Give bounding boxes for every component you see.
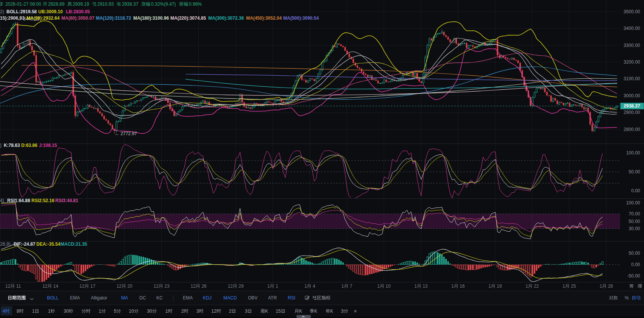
svg-text:LB:2830.05: LB:2830.05: [66, 9, 90, 14]
svg-text:8: 8: [17, 309, 19, 314]
svg-text:J:108.15: J:108.15: [39, 143, 57, 148]
svg-text:2900.00: 2900.00: [624, 110, 640, 115]
svg-text:DC: DC: [139, 295, 146, 301]
svg-text:): ): [0, 143, 2, 148]
svg-text:12: 12: [5, 284, 11, 289]
svg-text:2026-01-27 08:00: 2026-01-27 08:00: [5, 2, 41, 7]
svg-text:%: %: [625, 295, 629, 301]
svg-text:1: 1: [600, 284, 602, 289]
svg-text:3200.00: 3200.00: [624, 59, 640, 65]
svg-text:-50.00: -50.00: [627, 273, 640, 279]
svg-text:23: 23: [164, 284, 170, 289]
svg-text:3100.00: 3100.00: [624, 76, 640, 81]
svg-text:10: 10: [129, 309, 134, 314]
svg-text:K: K: [265, 309, 268, 314]
svg-text:3000.00: 3000.00: [624, 93, 640, 98]
svg-text:30: 30: [147, 309, 152, 314]
svg-text:29: 29: [239, 284, 244, 289]
svg-text:1: 1: [32, 309, 35, 314]
svg-text:1: 1: [377, 284, 380, 289]
svg-text:1: 1: [488, 284, 491, 289]
svg-text:2928.89: 2928.89: [48, 2, 65, 7]
svg-text:MA(30):2932.64: MA(30):2932.64: [27, 16, 60, 21]
svg-text:0.32%(9.47): 0.32%(9.47): [151, 2, 176, 7]
svg-text:0.00: 0.00: [631, 262, 640, 267]
svg-text:20: 20: [127, 284, 133, 289]
svg-text:✕: ✕: [354, 309, 357, 313]
svg-text:,26,9): ,26,9): [0, 242, 11, 247]
svg-text:BOLL: BOLL: [47, 295, 59, 301]
svg-text:12: 12: [228, 284, 233, 289]
svg-text:0.00: 0.00: [631, 188, 640, 193]
svg-text:2: 2: [229, 309, 232, 314]
svg-text:K: K: [314, 309, 317, 314]
svg-text:0.96%: 0.96%: [189, 2, 202, 7]
svg-text:19: 19: [497, 284, 502, 289]
svg-text:1: 1: [451, 284, 454, 289]
svg-text:K: K: [299, 309, 302, 314]
svg-text:1: 1: [304, 284, 307, 289]
svg-text:14: 14: [53, 284, 59, 289]
svg-text:1: 1: [276, 284, 278, 289]
svg-text:15):2906.93: 15):2906.93: [0, 16, 25, 21]
svg-text:11: 11: [16, 284, 21, 289]
svg-text:100.00: 100.00: [626, 200, 640, 206]
svg-text:2910.93: 2910.93: [97, 2, 114, 7]
svg-text:1: 1: [99, 309, 101, 314]
svg-text:10: 10: [385, 284, 391, 289]
svg-text:UB:3009.10: UB:3009.10: [38, 9, 63, 14]
svg-text:RSI: RSI: [288, 295, 295, 301]
svg-text:4: 4: [313, 284, 315, 289]
svg-text:5: 5: [114, 309, 117, 314]
svg-text:1: 1: [165, 309, 168, 314]
svg-text:28: 28: [608, 284, 613, 289]
svg-text:MA: MA: [121, 295, 128, 301]
svg-text:2: 2: [181, 309, 184, 314]
svg-text:BOLL:2919.58: BOLL:2919.58: [6, 9, 37, 14]
svg-text:2938.37: 2938.37: [624, 103, 640, 109]
svg-text:EMA: EMA: [183, 295, 193, 301]
svg-text:12: 12: [211, 309, 217, 314]
svg-text:12: 12: [154, 284, 159, 289]
svg-text:4): 4): [0, 198, 4, 203]
svg-text:30.00: 30.00: [628, 226, 640, 231]
svg-text:RSI1:64.88: RSI1:64.88: [7, 198, 30, 203]
svg-text:RSI3:44.81: RSI3:44.81: [55, 198, 78, 203]
svg-text:26: 26: [201, 284, 207, 289]
svg-text:50.00: 50.00: [628, 251, 640, 256]
svg-text:OBV: OBV: [248, 295, 257, 301]
svg-text:MA(500):3090.54: MA(500):3090.54: [283, 16, 319, 21]
svg-text:1: 1: [563, 284, 565, 289]
svg-text:MA(220):3074.85: MA(220):3074.85: [170, 16, 206, 21]
svg-text:MA(300):3072.36: MA(300):3072.36: [208, 16, 244, 21]
svg-text:12: 12: [117, 284, 122, 289]
svg-text:2938.37: 2938.37: [122, 2, 139, 7]
svg-text:7: 7: [350, 284, 352, 289]
svg-text:25: 25: [571, 284, 576, 289]
svg-text:15: 15: [276, 309, 281, 314]
svg-text:3: 3: [245, 309, 248, 314]
svg-text:1: 1: [48, 309, 51, 314]
svg-text:MA(60):3050.07: MA(60):3050.07: [61, 16, 95, 21]
svg-text:2): 2): [0, 9, 4, 14]
svg-text:MACD:21.35: MACD:21.35: [61, 242, 87, 247]
svg-text:DIF:-24.87: DIF:-24.87: [14, 242, 36, 247]
svg-text:D:63.86: D:63.86: [21, 143, 37, 148]
svg-text:3: 3: [341, 309, 344, 314]
svg-text:1: 1: [414, 284, 417, 289]
svg-text:MA(180):3100.96: MA(180):3100.96: [133, 16, 169, 21]
svg-text:50.00: 50.00: [628, 169, 640, 175]
svg-text:1: 1: [525, 284, 528, 289]
svg-text:DEA:-35.54: DEA:-35.54: [36, 242, 61, 247]
svg-text:3300.00: 3300.00: [624, 43, 640, 48]
svg-text:3400.00: 3400.00: [624, 26, 640, 31]
svg-text:EMA: EMA: [70, 295, 80, 301]
svg-text:12: 12: [80, 284, 85, 289]
svg-text:50.00: 50.00: [628, 219, 640, 224]
svg-text:4: 4: [3, 309, 5, 314]
svg-text:← 2772.97: ← 2772.97: [115, 131, 137, 136]
svg-text:1: 1: [341, 284, 344, 289]
svg-text:K: K: [330, 309, 333, 314]
svg-text:70.00: 70.00: [628, 211, 640, 217]
svg-text:1: 1: [267, 284, 270, 289]
